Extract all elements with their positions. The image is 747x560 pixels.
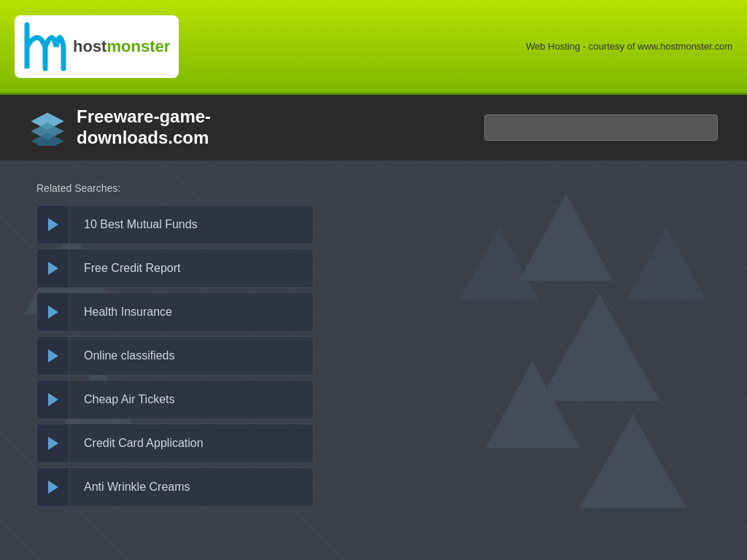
- logo-area: hostmonster: [15, 15, 179, 78]
- play-triangle-icon: [48, 262, 58, 275]
- svg-marker-5: [486, 361, 579, 448]
- site-logo-icon: [29, 109, 66, 146]
- site-logo-area: Freeware-game- downloads.com: [29, 106, 211, 149]
- list-item-label: Health Insurance: [69, 306, 187, 319]
- list-item[interactable]: Free Credit Report: [36, 249, 314, 288]
- top-header: hostmonster Web Hosting - courtesy of ww…: [0, 0, 747, 95]
- list-item-label: Free Credit Report: [69, 262, 196, 275]
- arrow-icon: [37, 206, 69, 244]
- list-item[interactable]: Anti Wrinkle Creams: [36, 467, 314, 507]
- arrow-icon: [37, 424, 69, 462]
- svg-marker-2: [31, 133, 63, 146]
- arrow-icon: [37, 293, 69, 331]
- list-item-label: Online classifieds: [69, 349, 190, 362]
- arrow-icon: [37, 468, 69, 506]
- arrow-icon: [37, 381, 69, 419]
- svg-marker-6: [579, 414, 686, 508]
- logo-host-text: host: [73, 37, 107, 55]
- main-content: Related Searches: 10 Best Mutual Funds F…: [0, 160, 747, 560]
- logo-text-area: hostmonster: [73, 37, 170, 56]
- play-triangle-icon: [48, 437, 58, 450]
- svg-marker-10: [627, 228, 707, 301]
- play-triangle-icon: [48, 218, 58, 231]
- list-item-label: Cheap Air Tickets: [69, 393, 190, 406]
- hostmonster-logo-icon: [23, 21, 67, 72]
- logo-monster-text: monster: [107, 37, 170, 55]
- arrow-icon: [37, 337, 69, 375]
- list-item[interactable]: Health Insurance: [36, 292, 314, 332]
- arrow-icon: [37, 249, 69, 287]
- svg-marker-9: [459, 228, 539, 301]
- logo-box: hostmonster: [15, 15, 179, 78]
- site-title: Freeware-game- downloads.com: [77, 106, 211, 149]
- hosting-link[interactable]: Web Hosting - courtesy of www.hostmonste…: [526, 41, 732, 52]
- list-item-label: Credit Card Application: [69, 437, 218, 450]
- play-triangle-icon: [48, 393, 58, 406]
- list-item-label: 10 Best Mutual Funds: [69, 218, 212, 231]
- svg-marker-4: [539, 294, 659, 401]
- related-searches-label: Related Searches:: [36, 182, 711, 194]
- search-list: 10 Best Mutual Funds Free Credit Report …: [36, 205, 314, 507]
- list-item[interactable]: Online classifieds: [36, 336, 314, 376]
- play-triangle-icon: [48, 481, 58, 494]
- list-item[interactable]: 10 Best Mutual Funds: [36, 205, 314, 244]
- list-item[interactable]: Credit Card Application: [36, 424, 314, 463]
- list-item-label: Anti Wrinkle Creams: [69, 481, 205, 494]
- play-triangle-icon: [48, 306, 58, 319]
- svg-marker-3: [519, 194, 613, 281]
- middle-banner: Freeware-game- downloads.com: [0, 95, 747, 160]
- search-input[interactable]: [484, 114, 718, 141]
- list-item[interactable]: Cheap Air Tickets: [36, 380, 314, 419]
- play-triangle-icon: [48, 349, 58, 362]
